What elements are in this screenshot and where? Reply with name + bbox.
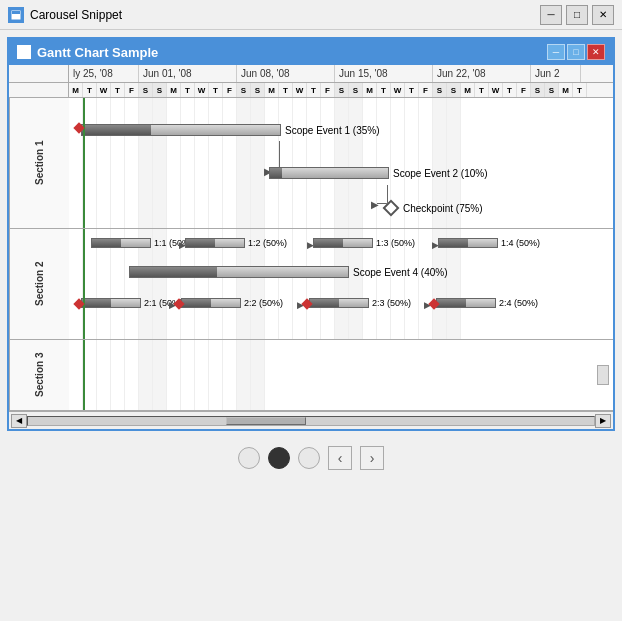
day-F2: F (223, 83, 237, 97)
section-1-content: Scope Event 1 (35%) ▶ Scope Event 2 (10%… (69, 98, 613, 228)
carousel-dot-1[interactable] (238, 447, 260, 469)
carousel-dot-2[interactable] (268, 447, 290, 469)
day-M6: M (559, 83, 573, 97)
section-2-content: 1:1 (50%) ▶ 1:2 (50%) ▶ 1:3 (50%) ▶ (69, 229, 613, 339)
day-header-row: M T W T F S S M T W T F S S M T W T F S … (69, 83, 613, 97)
carousel-controls: ‹ › (0, 438, 622, 476)
day-S1: S (139, 83, 153, 97)
gantt-close[interactable]: ✕ (587, 44, 605, 60)
subtask-2-2-label: 2:2 (50%) (244, 298, 283, 308)
section-3-content (69, 340, 613, 410)
day-T9: T (475, 83, 489, 97)
section-1-label: Section 1 (9, 98, 69, 228)
date-header-4: Jun 15, '08 (335, 65, 433, 82)
day-W2: W (195, 83, 209, 97)
scroll-right-button[interactable]: ▶ (595, 414, 611, 428)
gantt-title: Gantt Chart Sample (37, 45, 547, 60)
scroll-track[interactable] (27, 416, 595, 426)
subtask-2-3-label: 2:3 (50%) (372, 298, 411, 308)
gantt-minimize[interactable]: ─ (547, 44, 565, 60)
subtask-1-1: 1:1 (50%) (91, 237, 193, 249)
day-T11: T (573, 83, 587, 97)
window-title: Carousel Snippet (30, 8, 540, 22)
date-header-2: Jun 01, '08 (139, 65, 237, 82)
section-2-row: Section 2 (9, 229, 613, 340)
day-M4: M (363, 83, 377, 97)
carousel-dot-3[interactable] (298, 447, 320, 469)
day-T6: T (307, 83, 321, 97)
date-header-5: Jun 22, '08 (433, 65, 531, 82)
resize-handle[interactable] (597, 365, 609, 385)
day-S6: S (349, 83, 363, 97)
subtask-1-4-label: 1:4 (50%) (501, 238, 540, 248)
day-T8: T (405, 83, 419, 97)
day-T5: T (279, 83, 293, 97)
subtask-1-2: 1:2 (50%) (185, 237, 287, 249)
day-T10: T (503, 83, 517, 97)
date-header-3: Jun 08, '08 (237, 65, 335, 82)
subtask-2-1: 2:1 (50%) (81, 297, 183, 309)
scroll-left-button[interactable]: ◀ (11, 414, 27, 428)
window-controls: ─ □ ✕ (540, 5, 614, 25)
day-F5: F (517, 83, 531, 97)
minimize-button[interactable]: ─ (540, 5, 562, 25)
date-header-6: Jun 2 (531, 65, 581, 82)
day-T2: T (111, 83, 125, 97)
maximize-button[interactable]: □ (566, 5, 588, 25)
day-T3: T (181, 83, 195, 97)
day-W4: W (391, 83, 405, 97)
day-S8: S (447, 83, 461, 97)
day-F: F (125, 83, 139, 97)
section-3-row: Section 3 (9, 340, 613, 411)
carousel-prev-button[interactable]: ‹ (328, 446, 352, 470)
scope-event-2-label: Scope Event 2 (10%) (393, 168, 488, 179)
day-S3: S (237, 83, 251, 97)
scope-event-2-bar: Scope Event 2 (10%) (269, 166, 488, 180)
scope-event-1-bar: Scope Event 1 (35%) (81, 123, 380, 137)
close-button[interactable]: ✕ (592, 5, 614, 25)
day-S10: S (545, 83, 559, 97)
day-W: W (97, 83, 111, 97)
gantt-restore[interactable]: □ (567, 44, 585, 60)
gantt-container: Gantt Chart Sample ─ □ ✕ ly 25, '08 Jun … (7, 37, 615, 431)
section-3-label: Section 3 (9, 340, 69, 410)
arrow-2: ▶ (371, 199, 379, 210)
day-M3: M (265, 83, 279, 97)
day-M: M (69, 83, 83, 97)
day-S4: S (251, 83, 265, 97)
subtask-2-4-label: 2:4 (50%) (499, 298, 538, 308)
subtask-1-4: 1:4 (50%) (438, 237, 540, 249)
subtask-2-3: 2:3 (50%) (309, 297, 411, 309)
scope-event-4-bar: Scope Event 4 (40%) (129, 265, 448, 279)
date-header-1: ly 25, '08 (69, 65, 139, 82)
checkpoint-label: Checkpoint (75%) (403, 203, 482, 214)
day-F4: F (419, 83, 433, 97)
day-S2: S (153, 83, 167, 97)
day-T4: T (209, 83, 223, 97)
day-W3: W (293, 83, 307, 97)
day-M2: M (167, 83, 181, 97)
day-T7: T (377, 83, 391, 97)
day-S7: S (433, 83, 447, 97)
day-S9: S (531, 83, 545, 97)
today-line-s1 (83, 98, 85, 228)
checkpoint-bar: Checkpoint (75%) (385, 202, 482, 214)
carousel-next-button[interactable]: › (360, 446, 384, 470)
scope-event-4-label: Scope Event 4 (40%) (353, 267, 448, 278)
svg-rect-1 (12, 11, 20, 14)
scrollbar-area: ◀ ▶ (9, 411, 613, 429)
scroll-thumb[interactable] (226, 417, 306, 425)
title-bar: Carousel Snippet ─ □ ✕ (0, 0, 622, 30)
day-M5: M (461, 83, 475, 97)
today-line-s3 (83, 340, 85, 410)
day-T: T (83, 83, 97, 97)
section-1-row: Section 1 (9, 98, 613, 229)
section-2-label: Section 2 (9, 229, 69, 339)
day-W5: W (489, 83, 503, 97)
gantt-window-controls: ─ □ ✕ (547, 44, 605, 60)
gantt-header: Gantt Chart Sample ─ □ ✕ (9, 39, 613, 65)
subtask-1-2-label: 1:2 (50%) (248, 238, 287, 248)
subtask-2-2: 2:2 (50%) (181, 297, 283, 309)
subtask-1-3: 1:3 (50%) (313, 237, 415, 249)
subtask-1-3-label: 1:3 (50%) (376, 238, 415, 248)
